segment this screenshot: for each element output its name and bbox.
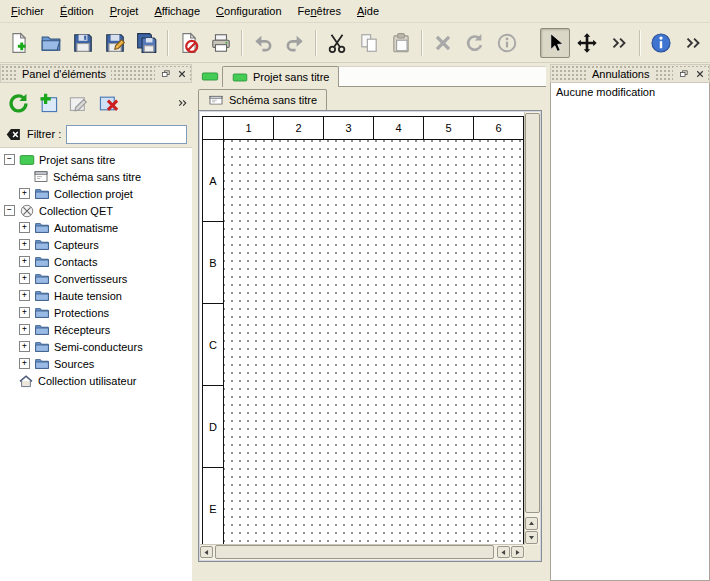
save-button[interactable] <box>68 28 98 58</box>
tree-item[interactable]: +Semi-conducteurs <box>0 338 192 355</box>
move-mode-button[interactable] <box>572 28 602 58</box>
float-icon[interactable] <box>158 67 173 81</box>
scroll-left-icon-2[interactable] <box>497 546 510 558</box>
elements-dock-titlebar[interactable]: Panel d'éléments <box>0 64 192 83</box>
undo-list[interactable]: Aucune modification <box>550 83 710 581</box>
tree-item[interactable]: +Haute tension <box>0 287 192 304</box>
tree-expander-icon[interactable]: + <box>19 273 30 284</box>
tree-expander-icon[interactable]: + <box>19 324 30 335</box>
scroll-right-icon[interactable] <box>511 546 524 558</box>
toolbar-overflow-button[interactable] <box>604 28 634 58</box>
tabbar-empty-area <box>339 66 546 87</box>
close-icon[interactable] <box>174 67 189 81</box>
vscroll-thumb[interactable] <box>525 113 540 513</box>
tree-item[interactable]: +Protections <box>0 304 192 321</box>
element-info-button[interactable] <box>492 28 522 58</box>
elements-toolbar-overflow[interactable] <box>176 96 189 110</box>
filter-label: Filtrer : <box>27 128 61 140</box>
tree-expander-icon[interactable]: + <box>19 341 30 352</box>
close-file-button[interactable] <box>174 28 204 58</box>
row-header: D <box>203 386 223 468</box>
redo-button[interactable] <box>280 28 310 58</box>
toolbar-help-group <box>635 23 709 62</box>
row-header: A <box>203 140 223 222</box>
tree-item[interactable]: −Collection QET <box>0 202 192 219</box>
elements-toolbar-group <box>3 85 123 121</box>
scroll-up-icon[interactable] <box>525 517 538 530</box>
tree-item[interactable]: +Capteurs <box>0 236 192 253</box>
tree-expander-icon[interactable]: + <box>19 239 30 250</box>
horizontal-scrollbar[interactable] <box>200 544 525 560</box>
diagram-tabbar: Schéma sans titre <box>198 87 546 110</box>
help-overflow-button[interactable] <box>678 28 708 58</box>
save-all-button[interactable] <box>132 28 162 58</box>
doc-new-icon <box>8 32 30 54</box>
tree-expander-icon[interactable]: + <box>19 358 30 369</box>
cursor-icon <box>544 32 566 54</box>
folder-icon <box>34 186 50 202</box>
element-new-icon <box>37 92 60 115</box>
edit-element-button[interactable] <box>64 89 92 117</box>
tree-item[interactable]: Schéma sans titre <box>0 168 192 185</box>
workspace: Projet sans titre Schéma sans titre 1234… <box>196 64 546 581</box>
menu-item-4[interactable]: Configuration <box>208 2 289 20</box>
tree-item[interactable]: +Collection projet <box>0 185 192 202</box>
tree-item[interactable]: +Récepteurs <box>0 321 192 338</box>
folder-icon <box>34 254 50 270</box>
menu-item-5[interactable]: Fenêtres <box>290 2 349 20</box>
scroll-left-icon[interactable] <box>200 546 213 558</box>
new-document-button[interactable] <box>4 28 34 58</box>
delete-button[interactable] <box>428 28 458 58</box>
tree-item[interactable]: −Projet sans titre <box>0 151 192 168</box>
column-header: 2 <box>274 117 324 139</box>
save-as-button[interactable] <box>100 28 130 58</box>
tab-project[interactable]: Projet sans titre <box>222 66 339 87</box>
hscroll-thumb[interactable] <box>215 545 494 559</box>
element-delete-icon <box>97 92 120 115</box>
tree-item[interactable]: Collection utilisateur <box>0 372 192 389</box>
tree-expander-icon[interactable]: − <box>4 154 15 165</box>
scroll-down-icon[interactable] <box>525 531 538 544</box>
cut-button[interactable] <box>322 28 352 58</box>
filter-input[interactable] <box>66 125 187 144</box>
paste-button[interactable] <box>386 28 416 58</box>
open-document-button[interactable] <box>36 28 66 58</box>
float-icon[interactable] <box>676 67 691 81</box>
tree-expander-icon[interactable]: − <box>4 205 15 216</box>
reload-collections-button[interactable] <box>4 89 32 117</box>
undo-button[interactable] <box>248 28 278 58</box>
chevron-icon <box>608 32 630 54</box>
menu-item-0[interactable]: Fichier <box>3 2 52 20</box>
project-window-icon[interactable] <box>201 70 219 83</box>
select-mode-button[interactable] <box>540 28 570 58</box>
rotate-button[interactable] <box>460 28 490 58</box>
tree-expander-icon[interactable]: + <box>19 307 30 318</box>
tree-item[interactable]: +Automatisme <box>0 219 192 236</box>
vertical-scrollbar[interactable] <box>524 112 540 545</box>
floppy-icon <box>72 32 94 54</box>
column-header: 4 <box>374 117 424 139</box>
menu-item-1[interactable]: Édition <box>52 2 102 20</box>
tree-expander-icon[interactable]: + <box>19 222 30 233</box>
clear-filter-button[interactable] <box>5 126 22 143</box>
grid-area[interactable] <box>224 140 523 545</box>
diagram-canvas[interactable]: 123456 ABCDE <box>200 112 525 545</box>
tree-expander-icon[interactable]: + <box>19 290 30 301</box>
menu-item-6[interactable]: Aide <box>349 2 387 20</box>
delete-element-button[interactable] <box>94 89 122 117</box>
tree-item-label: Collection projet <box>54 188 133 200</box>
undo-dock-titlebar[interactable]: Annulations <box>550 64 710 83</box>
menu-item-3[interactable]: Affichage <box>146 2 208 20</box>
menu-item-2[interactable]: Projet <box>102 2 147 20</box>
tree-item[interactable]: +Sources <box>0 355 192 372</box>
about-button[interactable] <box>646 28 676 58</box>
new-element-button[interactable] <box>34 89 62 117</box>
tree-item[interactable]: +Contacts <box>0 253 192 270</box>
copy-button[interactable] <box>354 28 384 58</box>
tree-expander-icon[interactable]: + <box>19 256 30 267</box>
tree-expander-icon[interactable]: + <box>19 188 30 199</box>
tab-schema[interactable]: Schéma sans titre <box>198 89 327 110</box>
close-icon[interactable] <box>692 67 707 81</box>
tree-item[interactable]: +Convertisseurs <box>0 270 192 287</box>
print-button[interactable] <box>206 28 236 58</box>
